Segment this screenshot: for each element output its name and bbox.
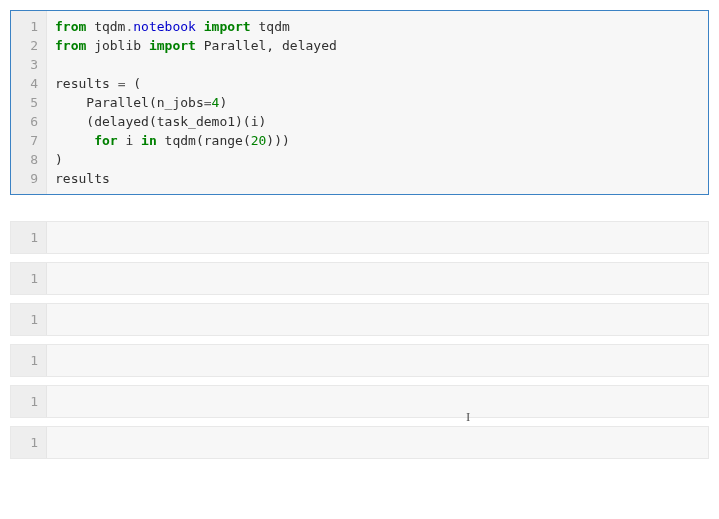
paren-close: ) (219, 95, 227, 110)
line-number: 1 (30, 271, 38, 286)
builtin-range: range (204, 133, 243, 148)
output-area[interactable] (47, 304, 708, 335)
output-cell[interactable]: 1 (10, 262, 709, 295)
line-gutter: 1 (11, 222, 47, 253)
line-number: 1 (30, 312, 38, 327)
comma: , (266, 38, 282, 53)
line-gutter: 1 (11, 386, 47, 417)
line-gutter: 1 (11, 304, 47, 335)
operator-equals: = (204, 95, 212, 110)
line-number: 3 (30, 57, 38, 72)
line-number: 7 (30, 133, 38, 148)
name-results: results (55, 76, 118, 91)
arg-njobs: n_jobs (157, 95, 204, 110)
output-area[interactable] (47, 427, 708, 458)
output-area[interactable] (47, 386, 708, 417)
output-cell[interactable]: 1 I (10, 426, 709, 459)
module-tqdm: tqdm (94, 19, 125, 34)
keyword-import: import (149, 38, 196, 53)
name-delayed: delayed (94, 114, 149, 129)
name-results: results (55, 171, 110, 186)
code-editor[interactable]: from tqdm.notebook import tqdm from jobl… (47, 11, 708, 194)
module-joblib: joblib (94, 38, 141, 53)
indent (55, 114, 86, 129)
submodule-notebook: notebook (133, 19, 196, 34)
output-area[interactable] (47, 222, 708, 253)
paren-close: ))) (266, 133, 289, 148)
keyword-from: from (55, 38, 86, 53)
paren-close: ) (259, 114, 267, 129)
output-cell[interactable]: 1 (10, 344, 709, 377)
line-number: 1 (30, 230, 38, 245)
name-parallel: Parallel (86, 95, 149, 110)
keyword-for: for (94, 133, 117, 148)
name-parallel: Parallel (204, 38, 267, 53)
line-number: 9 (30, 171, 38, 186)
indent (55, 95, 86, 110)
line-number: 1 (30, 394, 38, 409)
paren-open: ( (243, 133, 251, 148)
name-delayed: delayed (282, 38, 337, 53)
code-cell-main[interactable]: 123456789 from tqdm.notebook import tqdm… (10, 10, 709, 195)
indent (55, 133, 94, 148)
paren-open: ( (149, 114, 157, 129)
output-cell[interactable]: 1 (10, 385, 709, 418)
paren-open: ( (86, 114, 94, 129)
line-gutter: 1 (11, 345, 47, 376)
output-cell[interactable]: 1 (10, 303, 709, 336)
paren-open: ( (125, 76, 141, 91)
paren-close: ) (55, 152, 63, 167)
keyword-in: in (141, 133, 157, 148)
line-number: 1 (30, 435, 38, 450)
paren-open: ( (149, 95, 157, 110)
name-tqdm: tqdm (259, 19, 290, 34)
literal-20: 20 (251, 133, 267, 148)
line-number: 8 (30, 152, 38, 167)
output-cell[interactable]: 1 (10, 221, 709, 254)
output-area[interactable] (47, 263, 708, 294)
text-cursor-icon: I (466, 409, 470, 425)
line-gutter: 1 (11, 427, 47, 458)
line-number: 5 (30, 95, 38, 110)
line-number: 4 (30, 76, 38, 91)
name-tqdm: tqdm (165, 133, 196, 148)
paren-close-open: )( (235, 114, 251, 129)
line-gutter: 123456789 (11, 11, 47, 194)
line-number: 1 (30, 19, 38, 34)
line-number: 1 (30, 353, 38, 368)
name-task-demo1: task_demo1 (157, 114, 235, 129)
line-gutter: 1 (11, 263, 47, 294)
line-number: 6 (30, 114, 38, 129)
keyword-from: from (55, 19, 86, 34)
output-area[interactable] (47, 345, 708, 376)
keyword-import: import (204, 19, 251, 34)
line-number: 2 (30, 38, 38, 53)
paren-open: ( (196, 133, 204, 148)
name-i: i (251, 114, 259, 129)
